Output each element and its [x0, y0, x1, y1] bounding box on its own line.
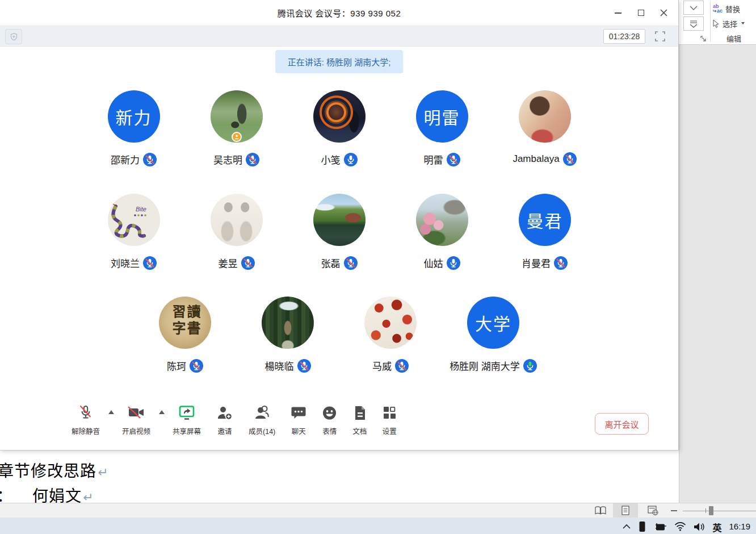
- mic-status-icon: [447, 256, 460, 270]
- wifi-icon[interactable]: [674, 518, 686, 533]
- avatar: [313, 90, 366, 143]
- participant-tile[interactable]: Jambalaya: [493, 90, 596, 166]
- meeting-toolbar: 解除静音 开启视频 共享屏幕 邀请 成员(14) 聊天 表情: [72, 404, 649, 436]
- mic-status-icon: [447, 153, 460, 166]
- styles-more-button[interactable]: [683, 16, 704, 31]
- avatar: 明雷: [416, 90, 468, 143]
- leave-meeting-button[interactable]: 离开会议: [595, 413, 649, 435]
- zoom-slider-handle[interactable]: [709, 506, 713, 515]
- mic-status-icon: [344, 153, 358, 166]
- word-ribbon-editing-group: abac 替换 选择 编辑: [679, 0, 756, 45]
- select-button[interactable]: 选择: [713, 17, 755, 30]
- maximize-button[interactable]: [629, 3, 652, 23]
- mic-status-icon: [395, 359, 409, 373]
- replace-label: 替换: [725, 3, 740, 14]
- share-screen-icon: [178, 404, 195, 422]
- avatar: [262, 297, 314, 349]
- meeting-sub-header: 01:23:28: [0, 26, 678, 47]
- participant-name: 仙姑: [424, 256, 443, 270]
- participant-tile[interactable]: 姜昱: [185, 194, 288, 270]
- participant-name: 马威: [372, 358, 392, 373]
- participant-name: 刘晓兰: [111, 256, 140, 270]
- video-options-caret[interactable]: [159, 410, 165, 414]
- participants-row: Bite 刘晓兰 姜昱 张磊 仙姑 曼君 肖曼君: [0, 194, 678, 270]
- mic-options-caret[interactable]: [108, 410, 114, 414]
- avatar: 讀書習字: [159, 297, 211, 349]
- unmute-button[interactable]: 解除静音: [72, 404, 100, 436]
- editing-group-label: 编辑: [713, 33, 755, 44]
- taskbar-clock[interactable]: 16:19: [729, 522, 750, 531]
- participant-tile[interactable]: 马威: [339, 297, 442, 373]
- participant-tile[interactable]: 仙姑: [390, 194, 493, 270]
- start-video-button[interactable]: 开启视频: [122, 404, 150, 436]
- participant-name: 吴志明: [213, 152, 242, 166]
- invite-button[interactable]: 邀请: [216, 404, 233, 436]
- participant-tile[interactable]: 吴志明: [185, 90, 288, 166]
- health-shield-icon[interactable]: [5, 29, 22, 44]
- replace-button[interactable]: abac 替换: [713, 2, 755, 15]
- participant-tile[interactable]: 小笺: [288, 90, 390, 166]
- print-layout-button[interactable]: [613, 503, 638, 518]
- styles-scroll-down-button[interactable]: [683, 1, 704, 15]
- speaking-banner: 正在讲话: 杨胜刚 湖南大学;: [275, 50, 404, 73]
- minimize-button[interactable]: [607, 3, 629, 23]
- mic-status-icon: [143, 256, 157, 270]
- editing-dialog-launcher-icon[interactable]: [700, 34, 707, 44]
- emoji-button[interactable]: 表情: [322, 404, 337, 436]
- svg-text:Bite: Bite: [136, 206, 146, 212]
- participant-name: 陈珂: [167, 358, 186, 373]
- mic-status-icon: [297, 359, 311, 373]
- close-button[interactable]: [652, 3, 675, 23]
- docs-button[interactable]: 文档: [352, 404, 367, 436]
- participant-tile[interactable]: 新力 邵新力: [82, 90, 185, 166]
- share-screen-button[interactable]: 共享屏幕: [173, 404, 201, 436]
- participant-tile[interactable]: 讀書習字 陈珂: [134, 297, 237, 373]
- mic-status-icon: [143, 153, 157, 166]
- participant-tile[interactable]: 楊晓临: [237, 297, 339, 373]
- avatar: 新力: [108, 90, 160, 143]
- web-layout-button[interactable]: [640, 503, 665, 518]
- ime-language-indicator[interactable]: 英: [712, 520, 721, 534]
- participant-tile[interactable]: 张磊: [288, 194, 390, 270]
- participant-tile[interactable]: 大学 杨胜刚 湖南大学: [442, 297, 545, 373]
- show-hidden-icons-chevron[interactable]: [622, 520, 631, 532]
- camera-off-icon: [127, 404, 145, 422]
- chat-icon: [291, 404, 306, 422]
- participant-name: 姜昱: [219, 256, 238, 270]
- mic-status-icon: [190, 359, 203, 373]
- read-mode-button[interactable]: [588, 503, 613, 518]
- mic-status-icon: [344, 256, 358, 270]
- user-badge-icon: [232, 132, 242, 142]
- avatar: [313, 194, 366, 246]
- participant-tile[interactable]: 曼君 肖曼君: [493, 194, 596, 270]
- phone-device-icon[interactable]: [639, 518, 646, 534]
- meeting-window: 腾讯会议 会议号：939 939 052 01:23:28 正在讲话: 杨胜刚 …: [0, 0, 679, 450]
- speaker-icon[interactable]: [694, 518, 705, 534]
- invite-person-icon: [216, 404, 233, 422]
- participant-name: 小笺: [321, 152, 341, 166]
- participants-row: 新力 邵新力 吴志明 小笺 明雷 明雷 Jam: [0, 90, 678, 166]
- zoom-out-button[interactable]: [671, 510, 677, 511]
- mic-status-icon: [246, 153, 259, 166]
- chat-button[interactable]: 聊天: [291, 404, 306, 436]
- members-button[interactable]: 成员(14): [249, 404, 275, 436]
- participant-name: 邵新力: [111, 152, 140, 166]
- ribbon-divider: [710, 1, 711, 42]
- avatar: [416, 194, 468, 246]
- document-icon: [353, 404, 367, 422]
- avatar: Bite: [108, 194, 160, 246]
- zoom-slider-track[interactable]: [683, 511, 756, 511]
- settings-button[interactable]: 设置: [382, 404, 397, 436]
- participant-name: 张磊: [321, 256, 341, 270]
- participant-tile[interactable]: Bite 刘晓兰: [82, 194, 185, 270]
- word-status-bar: [0, 503, 756, 518]
- emoji-smiley-icon: [322, 404, 337, 422]
- paragraph-mark: ↵: [83, 490, 94, 503]
- paragraph-mark: ↵: [98, 465, 108, 479]
- participant-tile[interactable]: 明雷 明雷: [390, 90, 493, 166]
- document-text-line: ：何娟文↵: [0, 483, 94, 503]
- zoom-slider-center-tick: [705, 508, 706, 513]
- participant-name: 楊晓临: [265, 358, 294, 373]
- fullscreen-button[interactable]: [653, 30, 667, 43]
- power-plug-icon[interactable]: [653, 518, 667, 534]
